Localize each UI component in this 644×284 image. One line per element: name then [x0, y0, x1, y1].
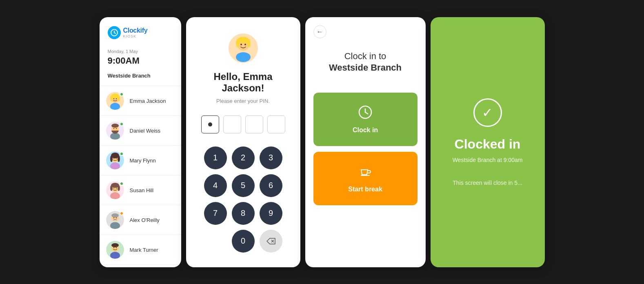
pin-subtitle: Please enter your PIN. [216, 98, 270, 104]
num-btn-1[interactable]: 1 [204, 146, 227, 169]
svg-point-47 [238, 37, 249, 43]
avatar-wrap [106, 181, 124, 199]
kiosk-screen: Clockify KIOSK Monday, 1 May 9:00AM West… [100, 17, 181, 267]
start-break-button[interactable]: Start break [313, 152, 417, 205]
svg-point-7 [118, 95, 120, 101]
svg-point-32 [115, 188, 116, 189]
svg-point-51 [240, 44, 242, 45]
status-dot [120, 211, 124, 215]
svg-point-37 [113, 217, 114, 218]
svg-point-15 [113, 128, 114, 129]
clockify-logo-icon [108, 26, 121, 39]
employee-list: Emma Jackson Daniel Weiss Mary Flynn Sus… [100, 86, 181, 267]
num-btn-2[interactable]: 2 [232, 146, 255, 169]
avatar-wrap [106, 92, 124, 110]
avatar-wrap [106, 211, 124, 229]
screens-container: Clockify KIOSK Monday, 1 May 9:00AM West… [92, 10, 552, 275]
kiosk-header: Clockify KIOSK Monday, 1 May 9:00AM West… [100, 17, 181, 87]
svg-point-41 [111, 243, 119, 247]
action-buttons: Clock in Start break [313, 93, 417, 205]
svg-point-20 [110, 155, 113, 162]
kiosk-logo: Clockify KIOSK [108, 26, 173, 39]
kiosk-time: 9:00AM [108, 55, 173, 66]
employee-item[interactable]: Alex O'Reilly [100, 205, 181, 235]
num-btn-5[interactable]: 5 [232, 174, 255, 197]
success-screen: ✓ Clocked in Westside Branch at 9:00am T… [431, 17, 545, 267]
svg-point-23 [113, 158, 114, 159]
status-dot [120, 152, 124, 156]
status-dot [120, 122, 124, 126]
svg-point-43 [113, 247, 114, 248]
svg-point-16 [115, 128, 116, 129]
checkmark-icon: ✓ [482, 105, 493, 120]
status-dot [120, 182, 124, 186]
pin-box-3 [245, 115, 263, 133]
clock-in-label: Clock in [353, 126, 378, 134]
employee-name: Susan Hill [130, 187, 154, 193]
svg-line-57 [365, 112, 368, 114]
employee-item[interactable]: Emma Jackson [100, 86, 181, 116]
kiosk-date: Monday, 1 May [108, 49, 173, 54]
back-button[interactable]: ← [313, 25, 326, 38]
employee-name: Mark Turner [130, 247, 158, 253]
num-btn-3[interactable]: 3 [260, 146, 282, 169]
kiosk-location: Westside Branch [108, 73, 173, 80]
logo-name: Clockify [123, 27, 148, 34]
svg-point-35 [111, 213, 119, 217]
status-dot [120, 92, 124, 96]
avatar [106, 241, 124, 259]
employee-name: Alex O'Reilly [130, 217, 160, 223]
pin-hello: Hello, Emma Jackson! [198, 71, 289, 94]
clock-icon [358, 105, 373, 122]
employee-item[interactable]: Susan Hill [100, 175, 181, 205]
pin-box-4 [267, 115, 285, 133]
employee-name: Daniel Weiss [130, 128, 161, 134]
svg-point-28 [110, 185, 113, 191]
employee-item[interactable]: Mark Turner [100, 235, 181, 265]
avatar-wrap [106, 122, 124, 140]
employee-item[interactable]: Daniel Weiss [100, 116, 181, 146]
svg-point-48 [236, 39, 239, 47]
avatar-wrap [106, 151, 124, 169]
pin-dot [208, 122, 212, 126]
employee-item[interactable]: Mary Flynn [100, 146, 181, 175]
numpad: 1 2 3 4 5 6 7 8 9 0 [204, 146, 282, 253]
num-btn-backspace[interactable] [260, 230, 282, 253]
svg-point-9 [113, 98, 114, 99]
svg-point-21 [118, 155, 120, 162]
svg-line-2 [114, 33, 115, 33]
svg-point-44 [115, 247, 116, 248]
success-check-circle: ✓ [473, 98, 502, 127]
num-btn-8[interactable]: 8 [232, 202, 255, 225]
svg-point-13 [111, 124, 119, 128]
num-btn-4[interactable]: 4 [204, 174, 227, 197]
success-title: Clocked in [455, 137, 521, 152]
svg-point-10 [115, 98, 116, 99]
action-title: Clock in to Westside Branch [313, 51, 417, 74]
num-btn-0[interactable]: 0 [232, 230, 255, 253]
pin-boxes [201, 115, 285, 133]
employee-name: Emma Jackson [130, 98, 166, 104]
svg-point-52 [244, 44, 246, 45]
clock-in-button[interactable]: Clock in [313, 93, 417, 146]
logo-sub: KIOSK [123, 34, 148, 38]
action-screen: ← Clock in to Westside Branch Clock in [305, 17, 426, 267]
pin-avatar [229, 33, 258, 63]
svg-point-24 [115, 158, 116, 159]
num-btn-9[interactable]: 9 [260, 202, 282, 225]
success-location: Westside Branch at 9:00am [453, 157, 523, 163]
num-btn-7[interactable]: 7 [204, 202, 227, 225]
employee-name: Mary Flynn [130, 158, 156, 164]
pin-box-1 [201, 115, 219, 133]
svg-point-29 [118, 185, 120, 191]
logo-text: Clockify KIOSK [123, 27, 148, 38]
num-btn-6[interactable]: 6 [260, 174, 282, 197]
pin-box-2 [223, 115, 241, 133]
cup-icon [358, 164, 373, 182]
svg-point-31 [113, 188, 114, 189]
pin-screen: Hello, Emma Jackson! Please enter your P… [186, 17, 300, 267]
success-close-msg: This screen will close in 5... [453, 180, 522, 186]
svg-point-38 [115, 217, 116, 218]
svg-point-50 [236, 52, 251, 62]
svg-point-49 [247, 39, 251, 47]
